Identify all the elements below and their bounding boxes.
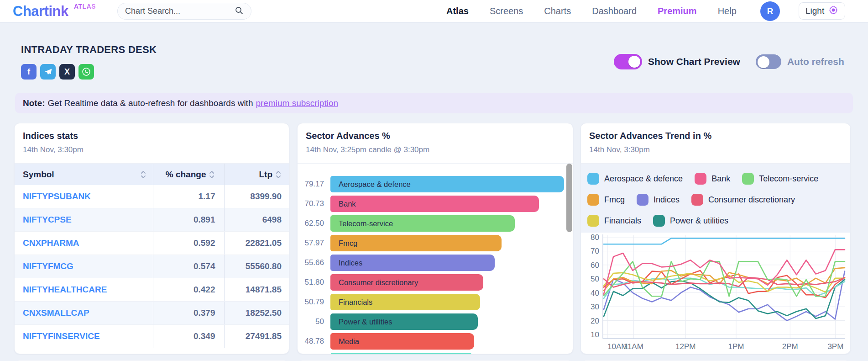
sector-advances-panel: Sector Advances % 14th Nov, 3:25pm candl… — [297, 123, 573, 354]
bar-row: 50.79Financials — [298, 294, 573, 310]
legend-swatch — [695, 173, 706, 185]
legend-row: FinancialsPower & utilities — [587, 210, 850, 231]
nav-item-screens[interactable]: Screens — [490, 6, 523, 16]
ltp-value: 6498 — [225, 208, 289, 231]
nav-item-help[interactable]: Help — [718, 6, 737, 16]
bar-partial[interactable] — [330, 353, 473, 354]
bar-category-label: Fmcg — [339, 239, 357, 248]
symbol-link[interactable]: CNXSMALLCAP — [15, 302, 153, 324]
symbol-link[interactable]: NIFTYFMCG — [15, 255, 153, 278]
symbol-link[interactable]: NIFTYHEALTHCARE — [15, 278, 153, 301]
cell-text: NIFTYPSUBANK — [23, 191, 91, 202]
column-header-ltp[interactable]: Ltp — [225, 164, 289, 185]
legend-item-consumer-discretionary[interactable]: Consumer discretionary — [691, 194, 795, 206]
trend-legend: Aerospace & defenceBankTelecom-serviceFm… — [581, 164, 850, 233]
ltp-value: 18252.50 — [225, 302, 289, 324]
sector-trend-timestamp: 14th Nov, 3:30pm — [589, 145, 650, 154]
legend-swatch — [587, 173, 599, 185]
y-axis-tick: 70 — [591, 247, 599, 255]
bar-row: 62.50Telecom-service — [298, 215, 573, 232]
bar-bank[interactable]: Bank — [330, 196, 539, 212]
bar-financials[interactable]: Financials — [330, 294, 480, 310]
bar-row: 50Power & utilities — [298, 313, 573, 330]
pct-change-value: 1.17 — [153, 185, 225, 208]
legend-item-fmcg[interactable]: Fmcg — [587, 194, 625, 206]
cell-text: 18252.50 — [246, 308, 282, 318]
toggle-knob — [758, 56, 769, 68]
symbol-link[interactable]: NIFTYFINSERVICE — [15, 325, 153, 348]
sort-icon[interactable] — [140, 170, 146, 179]
column-header--change[interactable]: % change — [153, 164, 225, 185]
nav-item-charts[interactable]: Charts — [544, 6, 571, 16]
bar-media[interactable]: Media — [330, 333, 474, 350]
bar-value-label: 70.73 — [298, 196, 324, 212]
note-text: Get Realtime data & auto-refresh for das… — [48, 98, 253, 108]
symbol-link[interactable]: NIFTYPSUBANK — [15, 185, 153, 208]
telegram-share-icon[interactable] — [40, 64, 56, 80]
legend-item-power-utilities[interactable]: Power & utilities — [653, 215, 728, 227]
x-axis-label: 11AM — [624, 342, 643, 351]
x-twitter-share-icon[interactable]: X — [59, 64, 75, 80]
bar-indices[interactable]: Indices — [330, 255, 495, 271]
table-row: NIFTYHEALTHCARE0.42214871.85 — [15, 278, 289, 302]
bar-aerospace-defence[interactable]: Aerospace & defence — [330, 176, 564, 192]
toggle-label: Show Chart Preview — [648, 56, 740, 67]
cell-text: CNXPHARMA — [23, 238, 79, 248]
indices-panel-timestamp: 14th Nov, 3:30pm — [23, 145, 84, 154]
cell-text: 0.592 — [193, 238, 215, 248]
bar-category-label: Media — [339, 337, 359, 346]
column-header-symbol[interactable]: Symbol — [15, 164, 153, 185]
chart-search-box[interactable] — [117, 3, 251, 20]
table-row: CNXSMALLCAP0.37918252.50 — [15, 302, 289, 325]
symbol-link[interactable]: NIFTYCPSE — [15, 208, 153, 231]
cell-text: NIFTYHEALTHCARE — [23, 285, 107, 295]
legend-item-aerospace-defence[interactable]: Aerospace & defence — [587, 173, 683, 185]
nav-item-atlas[interactable]: Atlas — [446, 6, 469, 16]
indices-table-body: NIFTYPSUBANK1.178399.90NIFTYCPSE0.891649… — [15, 185, 289, 348]
premium-subscription-link[interactable]: premium subscription — [256, 98, 338, 108]
whatsapp-share-icon[interactable] — [78, 64, 94, 80]
x-axis-label: 1PM — [728, 342, 744, 351]
bar-value-label: 51.80 — [298, 274, 324, 291]
legend-item-indices[interactable]: Indices — [637, 194, 680, 206]
bar-category-label: Bank — [339, 200, 356, 208]
bar-row: 48.78Media — [298, 333, 573, 350]
bar-fmcg[interactable]: Fmcg — [330, 235, 502, 251]
legend-row: Aerospace & defenceBankTelecom-service — [587, 168, 850, 189]
search-icon[interactable] — [235, 6, 244, 17]
legend-swatch — [742, 173, 754, 185]
legend-label: Telecom-service — [759, 174, 818, 184]
bar-row: 57.97Fmcg — [298, 235, 573, 251]
user-avatar[interactable]: R — [760, 1, 780, 21]
facebook-share-icon[interactable]: f — [21, 64, 37, 80]
trend-line-bank — [604, 250, 845, 294]
auto-refresh-toggle[interactable] — [756, 54, 781, 69]
symbol-link[interactable]: CNXPHARMA — [15, 232, 153, 255]
table-row: CNXPHARMA0.59222821.05 — [15, 232, 289, 255]
show-chart-preview-toggle[interactable] — [614, 54, 642, 69]
bar-row: 70.73Bank — [298, 196, 573, 212]
premium-note-banner: Note: Get Realtime data & auto-refresh f… — [15, 93, 853, 113]
theme-toggle-button[interactable]: Light — [799, 2, 845, 20]
legend-item-financials[interactable]: Financials — [587, 215, 641, 227]
legend-label: Consumer discretionary — [708, 195, 795, 205]
bar-power-utilities[interactable]: Power & utilities — [330, 313, 478, 330]
y-axis-tick: 10 — [591, 330, 599, 339]
cell-text: NIFTYCPSE — [23, 215, 72, 225]
nav-item-dashboard[interactable]: Dashboard — [592, 6, 637, 16]
nav-item-premium[interactable]: Premium — [658, 6, 697, 16]
search-input[interactable] — [125, 6, 235, 16]
legend-label: Aerospace & defence — [604, 174, 683, 184]
legend-item-bank[interactable]: Bank — [695, 173, 730, 185]
chartink-logo[interactable]: Chartink — [13, 3, 68, 20]
cell-text: 1.17 — [198, 191, 215, 202]
legend-item-telecom-service[interactable]: Telecom-service — [742, 173, 818, 185]
table-row: NIFTYCPSE0.8916498 — [15, 208, 289, 232]
panel-scrollbar[interactable] — [566, 164, 572, 232]
sort-icon[interactable] — [275, 170, 282, 179]
cell-text: 0.891 — [193, 215, 215, 225]
sort-icon[interactable] — [209, 170, 215, 179]
bar-telecom-service[interactable]: Telecom-service — [330, 215, 515, 232]
bar-consumer-discretionary[interactable]: Consumer discretionary — [330, 274, 483, 291]
social-share-buttons: fX — [21, 64, 94, 80]
